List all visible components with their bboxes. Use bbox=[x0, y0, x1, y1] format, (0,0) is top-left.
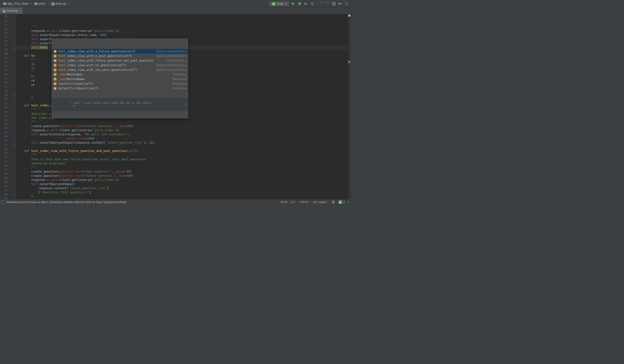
code-line[interactable]: response = self.client.get(reverse('poll… bbox=[16, 29, 351, 33]
close-icon[interactable]: × bbox=[19, 9, 21, 12]
warning-marker[interactable] bbox=[348, 62, 350, 63]
save-all-button[interactable] bbox=[332, 1, 336, 6]
notifications[interactable]: 2 bbox=[338, 200, 345, 204]
completion-item[interactable]: mcountTestCases(self)TestCase bbox=[52, 81, 188, 86]
code-line[interactable]: ['<Question: Past question.>'] bbox=[16, 190, 351, 195]
completion-popup[interactable]: mtest_index_view_with_a_future_question(… bbox=[52, 39, 188, 118]
code-line[interactable]: response = self.client.get(reverse('poll… bbox=[16, 128, 351, 133]
code-line[interactable]: create_question(question_text="Past ques… bbox=[16, 170, 351, 174]
code-editor[interactable]: 2021222324252627282930313233343536373839… bbox=[0, 14, 351, 200]
breadcrumb-project[interactable]: djtp_first_steps bbox=[1, 1, 30, 6]
chevron-right-icon: › bbox=[48, 1, 49, 6]
tab-label: tests.py bbox=[7, 9, 18, 12]
code-line[interactable]: self.assertQuerysetEqual(response.contex… bbox=[16, 141, 351, 145]
line-separator[interactable]: LF≑ bbox=[290, 201, 296, 204]
error-stripe[interactable] bbox=[348, 14, 351, 200]
fold-column[interactable]: ⊖⊖⊖⊖⊖⊖⊖ bbox=[12, 14, 16, 200]
line-number: 49 bbox=[0, 135, 12, 139]
line-number: 38 bbox=[0, 89, 12, 93]
code-line[interactable]: """ bbox=[16, 25, 351, 29]
vcs-commit-button[interactable]: VCS ↑ bbox=[326, 2, 330, 6]
editor-tabs: tests.py × bbox=[0, 7, 351, 14]
line-number: 52 bbox=[0, 147, 12, 151]
pi-icon[interactable]: π bbox=[185, 103, 186, 106]
completion-item[interactable]: f_testMethodDocTestCase bbox=[52, 72, 188, 77]
line-number: 62 bbox=[0, 188, 12, 193]
breadcrumb-folder[interactable]: polls bbox=[33, 1, 47, 6]
status-message: Statement seems to have no effect. Unres… bbox=[6, 201, 128, 204]
completion-item[interactable]: f_testMethodNameTestCase bbox=[52, 77, 188, 81]
vcs-update-button[interactable]: VCS ↓ bbox=[320, 2, 324, 6]
file-encoding[interactable]: UTF-8≑ bbox=[300, 201, 310, 204]
code-line[interactable]: """ bbox=[16, 120, 351, 124]
code-line[interactable]: def test_index_view_with_future_question… bbox=[16, 149, 351, 153]
completion-item-type: TestCase bbox=[172, 87, 186, 90]
completion-item[interactable]: mdefaultTestResult(self)TestCase bbox=[52, 86, 188, 91]
code-line[interactable]: status_code=200) bbox=[16, 136, 351, 141]
code-line[interactable]: self.assertQuerysetEqual( bbox=[16, 182, 351, 186]
completion-item[interactable]: mtest_index_view_with_a_past_question(se… bbox=[52, 54, 188, 58]
stop-button[interactable] bbox=[310, 1, 315, 6]
completion-item-type: TestCase bbox=[172, 77, 186, 81]
code-line[interactable]: Even if both past and future questions e… bbox=[16, 157, 351, 161]
lock-icon[interactable] bbox=[332, 200, 335, 204]
code-line[interactable]: should be displayed. bbox=[16, 161, 351, 166]
code-line[interactable]: """ bbox=[16, 153, 351, 157]
fold-toggle[interactable]: ⊖ bbox=[13, 94, 15, 96]
method-icon: m bbox=[53, 59, 57, 62]
fold-toggle[interactable]: ⊖ bbox=[13, 44, 15, 47]
code-line[interactable]: self.assertContains(response, "No polls … bbox=[16, 133, 351, 136]
fold-toggle[interactable]: ⊖ bbox=[13, 143, 15, 146]
analysis-indicator[interactable] bbox=[348, 15, 350, 17]
field-icon: f bbox=[53, 77, 57, 81]
completion-item[interactable]: mtest_index_view_with_two_past_questions… bbox=[52, 68, 188, 72]
debug-button[interactable] bbox=[297, 1, 302, 6]
run-with-coverage-button[interactable] bbox=[304, 1, 308, 6]
run-config-name: Polls bbox=[277, 2, 284, 6]
fold-toggle[interactable]: ⊖ bbox=[13, 98, 15, 101]
line-number: 20 bbox=[0, 15, 12, 19]
breadcrumb-file[interactable]: tests.py bbox=[49, 1, 68, 6]
code-line[interactable]: response = self.client.get(reverse('poll… bbox=[16, 178, 351, 182]
line-number: 29 bbox=[0, 52, 12, 56]
chevron-right-icon: › bbox=[31, 1, 32, 6]
folder-icon bbox=[34, 2, 38, 5]
undo-button[interactable] bbox=[338, 1, 343, 6]
code-area[interactable]: """ response = self.client.get(reverse('… bbox=[16, 14, 351, 200]
git-branch[interactable]: Git: master≑ bbox=[313, 201, 329, 204]
folder-icon bbox=[3, 2, 7, 5]
python-file-icon bbox=[51, 2, 54, 5]
completion-item[interactable]: mtest_index_view_with_a_future_question(… bbox=[52, 49, 188, 54]
method-icon: m bbox=[53, 87, 57, 90]
fold-toggle[interactable]: ⊖ bbox=[13, 48, 15, 51]
search-button[interactable] bbox=[344, 1, 349, 6]
completion-item[interactable]: mtest_index_view_with_no_questions(self)… bbox=[52, 63, 188, 68]
caret-position[interactable]: 25:18 bbox=[281, 201, 287, 204]
line-number: 22 bbox=[0, 23, 12, 27]
warning-marker[interactable] bbox=[348, 61, 350, 62]
tab-tests-py[interactable]: tests.py × bbox=[0, 7, 23, 14]
completion-link[interactable]: >> bbox=[73, 104, 76, 108]
fold-toggle[interactable]: ⊖ bbox=[13, 193, 15, 196]
fold-toggle[interactable]: ⊖ bbox=[13, 139, 15, 142]
django-badge-icon: dj bbox=[272, 2, 276, 5]
code-line[interactable]: self.assertEqual(response.status_code, 2… bbox=[16, 33, 351, 37]
tool-window-toggle[interactable] bbox=[1, 200, 5, 204]
code-line[interactable]: response.context['latest_question_list']… bbox=[16, 186, 351, 190]
code-line[interactable]: ) bbox=[16, 195, 351, 199]
inspection-indicator[interactable]: ! bbox=[348, 201, 349, 204]
separator bbox=[317, 1, 317, 6]
run-button[interactable] bbox=[291, 1, 296, 6]
svg-point-11 bbox=[340, 201, 341, 202]
code-line[interactable] bbox=[16, 145, 351, 149]
completion-item[interactable]: mtest_index_view_with_future_question_an… bbox=[52, 58, 188, 63]
run-config-selector[interactable]: dj Polls ▼ bbox=[269, 1, 289, 6]
code-line[interactable]: create_question(question_text="Future qu… bbox=[16, 124, 351, 128]
line-number: 41 bbox=[0, 102, 12, 106]
method-icon: m bbox=[53, 54, 57, 58]
svg-rect-4 bbox=[311, 2, 314, 5]
code-line[interactable]: """ bbox=[16, 166, 351, 170]
status-bar: Statement seems to have no effect. Unres… bbox=[0, 199, 351, 205]
code-line[interactable]: create_question(question_text="Future qu… bbox=[16, 174, 351, 178]
line-number: 26 bbox=[0, 40, 12, 44]
